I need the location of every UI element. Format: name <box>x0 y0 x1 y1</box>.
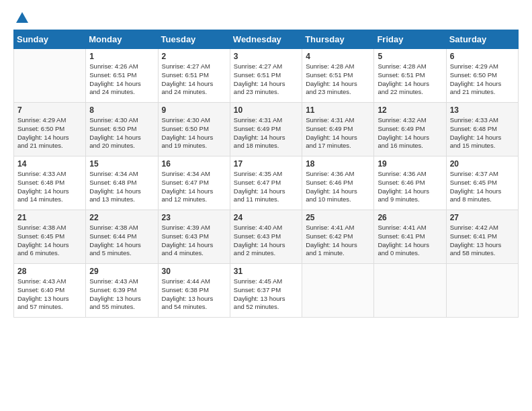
cell-info: Sunrise: 4:27 AMSunset: 6:51 PMDaylight:… <box>234 62 298 97</box>
day-number: 7 <box>17 105 82 115</box>
day-number: 16 <box>162 159 226 169</box>
day-number: 21 <box>17 213 82 222</box>
weekday-header-sunday: Sunday <box>14 30 86 49</box>
cell-info: Sunrise: 4:38 AMSunset: 6:45 PMDaylight:… <box>17 224 82 258</box>
cell-info: Sunrise: 4:41 AMSunset: 6:42 PMDaylight:… <box>306 224 370 258</box>
day-number: 14 <box>17 159 82 169</box>
calendar-cell <box>374 264 446 318</box>
calendar-cell <box>14 49 86 103</box>
header <box>13 13 519 23</box>
calendar-cell: 19Sunrise: 4:36 AMSunset: 6:46 PMDayligh… <box>374 156 446 210</box>
day-number: 4 <box>306 52 370 61</box>
calendar-cell: 17Sunrise: 4:35 AMSunset: 6:47 PMDayligh… <box>230 156 302 210</box>
calendar-cell: 4Sunrise: 4:28 AMSunset: 6:51 PMDaylight… <box>302 49 374 103</box>
weekday-header-friday: Friday <box>374 30 446 49</box>
calendar-cell: 6Sunrise: 4:29 AMSunset: 6:50 PMDaylight… <box>446 49 518 103</box>
cell-info: Sunrise: 4:28 AMSunset: 6:51 PMDaylight:… <box>378 62 442 97</box>
calendar-cell: 5Sunrise: 4:28 AMSunset: 6:51 PMDaylight… <box>374 49 446 103</box>
cell-info: Sunrise: 4:39 AMSunset: 6:43 PMDaylight:… <box>162 224 226 258</box>
cell-info: Sunrise: 4:41 AMSunset: 6:41 PMDaylight:… <box>378 224 442 258</box>
day-number: 17 <box>234 159 298 169</box>
svg-marker-0 <box>16 12 28 23</box>
day-number: 10 <box>234 105 298 115</box>
day-number: 18 <box>306 159 370 169</box>
calendar-cell: 31Sunrise: 4:45 AMSunset: 6:37 PMDayligh… <box>230 264 302 318</box>
calendar-cell: 23Sunrise: 4:39 AMSunset: 6:43 PMDayligh… <box>158 210 230 264</box>
weekday-header-wednesday: Wednesday <box>230 30 302 49</box>
cell-info: Sunrise: 4:36 AMSunset: 6:46 PMDaylight:… <box>378 170 442 204</box>
cell-info: Sunrise: 4:43 AMSunset: 6:40 PMDaylight:… <box>17 277 82 312</box>
day-number: 13 <box>450 105 515 115</box>
calendar-cell: 11Sunrise: 4:31 AMSunset: 6:49 PMDayligh… <box>302 103 374 156</box>
cell-info: Sunrise: 4:43 AMSunset: 6:39 PMDaylight:… <box>89 277 154 312</box>
calendar-cell: 21Sunrise: 4:38 AMSunset: 6:45 PMDayligh… <box>14 210 86 264</box>
day-number: 5 <box>378 52 442 61</box>
day-number: 23 <box>162 213 226 222</box>
calendar-cell: 30Sunrise: 4:44 AMSunset: 6:38 PMDayligh… <box>158 264 230 318</box>
cell-info: Sunrise: 4:26 AMSunset: 6:51 PMDaylight:… <box>89 62 154 97</box>
calendar-cell: 26Sunrise: 4:41 AMSunset: 6:41 PMDayligh… <box>374 210 446 264</box>
cell-info: Sunrise: 4:28 AMSunset: 6:51 PMDaylight:… <box>306 62 370 97</box>
day-number: 3 <box>234 52 298 61</box>
day-number: 26 <box>378 213 442 222</box>
cell-info: Sunrise: 4:30 AMSunset: 6:50 PMDaylight:… <box>162 116 226 150</box>
cell-info: Sunrise: 4:40 AMSunset: 6:43 PMDaylight:… <box>234 224 298 258</box>
day-number: 11 <box>306 105 370 115</box>
calendar-cell: 20Sunrise: 4:37 AMSunset: 6:45 PMDayligh… <box>446 156 518 210</box>
day-number: 22 <box>89 213 154 222</box>
calendar-cell: 13Sunrise: 4:33 AMSunset: 6:48 PMDayligh… <box>446 103 518 156</box>
cell-info: Sunrise: 4:42 AMSunset: 6:41 PMDaylight:… <box>450 224 515 258</box>
calendar-cell: 1Sunrise: 4:26 AMSunset: 6:51 PMDaylight… <box>86 49 158 103</box>
week-row-5: 28Sunrise: 4:43 AMSunset: 6:40 PMDayligh… <box>14 264 519 318</box>
cell-info: Sunrise: 4:31 AMSunset: 6:49 PMDaylight:… <box>306 116 370 150</box>
cell-info: Sunrise: 4:45 AMSunset: 6:37 PMDaylight:… <box>234 277 298 312</box>
cell-info: Sunrise: 4:35 AMSunset: 6:47 PMDaylight:… <box>234 170 298 204</box>
day-number: 24 <box>234 213 298 222</box>
cell-info: Sunrise: 4:36 AMSunset: 6:46 PMDaylight:… <box>306 170 370 204</box>
day-number: 2 <box>162 52 226 61</box>
day-number: 29 <box>89 267 154 276</box>
cell-info: Sunrise: 4:31 AMSunset: 6:49 PMDaylight:… <box>234 116 298 150</box>
day-number: 20 <box>450 159 515 169</box>
cell-info: Sunrise: 4:34 AMSunset: 6:47 PMDaylight:… <box>162 170 226 204</box>
calendar-cell: 22Sunrise: 4:38 AMSunset: 6:44 PMDayligh… <box>86 210 158 264</box>
calendar-cell: 2Sunrise: 4:27 AMSunset: 6:51 PMDaylight… <box>158 49 230 103</box>
day-number: 19 <box>378 159 442 169</box>
day-number: 30 <box>162 267 226 276</box>
calendar-cell: 18Sunrise: 4:36 AMSunset: 6:46 PMDayligh… <box>302 156 374 210</box>
logo-icon <box>15 11 30 26</box>
calendar-cell <box>302 264 374 318</box>
cell-info: Sunrise: 4:29 AMSunset: 6:50 PMDaylight:… <box>17 116 82 150</box>
cell-info: Sunrise: 4:27 AMSunset: 6:51 PMDaylight:… <box>162 62 226 97</box>
calendar-cell: 16Sunrise: 4:34 AMSunset: 6:47 PMDayligh… <box>158 156 230 210</box>
calendar-cell: 9Sunrise: 4:30 AMSunset: 6:50 PMDaylight… <box>158 103 230 156</box>
cell-info: Sunrise: 4:32 AMSunset: 6:49 PMDaylight:… <box>378 116 442 150</box>
calendar-cell: 8Sunrise: 4:30 AMSunset: 6:50 PMDaylight… <box>86 103 158 156</box>
day-number: 12 <box>378 105 442 115</box>
cell-info: Sunrise: 4:29 AMSunset: 6:50 PMDaylight:… <box>450 62 515 97</box>
day-number: 1 <box>89 52 154 61</box>
calendar-cell: 24Sunrise: 4:40 AMSunset: 6:43 PMDayligh… <box>230 210 302 264</box>
week-row-4: 21Sunrise: 4:38 AMSunset: 6:45 PMDayligh… <box>14 210 519 264</box>
calendar-cell: 27Sunrise: 4:42 AMSunset: 6:41 PMDayligh… <box>446 210 518 264</box>
day-number: 27 <box>450 213 515 222</box>
calendar-cell: 7Sunrise: 4:29 AMSunset: 6:50 PMDaylight… <box>14 103 86 156</box>
calendar-cell: 10Sunrise: 4:31 AMSunset: 6:49 PMDayligh… <box>230 103 302 156</box>
week-row-1: 1Sunrise: 4:26 AMSunset: 6:51 PMDaylight… <box>14 49 519 103</box>
calendar-cell: 14Sunrise: 4:33 AMSunset: 6:48 PMDayligh… <box>14 156 86 210</box>
cell-info: Sunrise: 4:34 AMSunset: 6:48 PMDaylight:… <box>89 170 154 204</box>
cell-info: Sunrise: 4:37 AMSunset: 6:45 PMDaylight:… <box>450 170 515 204</box>
calendar: SundayMondayTuesdayWednesdayThursdayFrid… <box>13 30 519 318</box>
cell-info: Sunrise: 4:33 AMSunset: 6:48 PMDaylight:… <box>17 170 82 204</box>
week-row-3: 14Sunrise: 4:33 AMSunset: 6:48 PMDayligh… <box>14 156 519 210</box>
logo <box>13 13 30 23</box>
calendar-cell: 12Sunrise: 4:32 AMSunset: 6:49 PMDayligh… <box>374 103 446 156</box>
day-number: 15 <box>89 159 154 169</box>
weekday-header-saturday: Saturday <box>446 30 518 49</box>
calendar-cell: 15Sunrise: 4:34 AMSunset: 6:48 PMDayligh… <box>86 156 158 210</box>
weekday-header-thursday: Thursday <box>302 30 374 49</box>
weekday-header-monday: Monday <box>86 30 158 49</box>
day-number: 6 <box>450 52 515 61</box>
cell-info: Sunrise: 4:33 AMSunset: 6:48 PMDaylight:… <box>450 116 515 150</box>
weekday-header-row: SundayMondayTuesdayWednesdayThursdayFrid… <box>14 30 519 49</box>
